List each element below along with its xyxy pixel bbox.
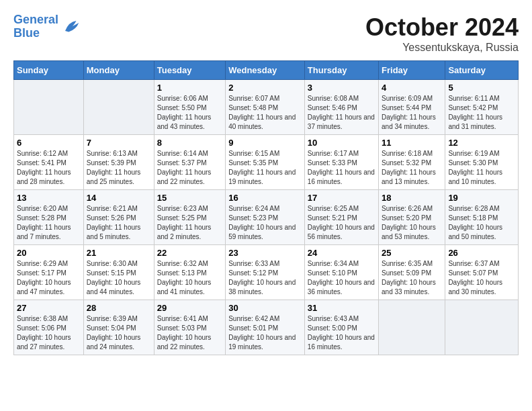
day-info: Sunrise: 6:24 AM Sunset: 5:23 PM Dayligh… (228, 204, 302, 242)
day-number: 27 (17, 303, 81, 313)
page-header: General Blue October 2024 Yessentukskaya… (13, 13, 519, 54)
calendar-week-row: 20Sunrise: 6:29 AM Sunset: 5:17 PM Dayli… (14, 245, 519, 300)
day-number: 24 (308, 248, 375, 258)
day-number: 16 (228, 193, 302, 203)
calendar-week-row: 1Sunrise: 6:06 AM Sunset: 5:50 PM Daylig… (14, 80, 519, 135)
day-number: 30 (228, 303, 302, 313)
day-info: Sunrise: 6:41 AM Sunset: 5:03 PM Dayligh… (157, 314, 222, 352)
calendar-cell: 5Sunrise: 6:11 AM Sunset: 5:42 PM Daylig… (445, 80, 519, 135)
weekday-header-sunday: Sunday (14, 61, 84, 80)
calendar-week-row: 6Sunrise: 6:12 AM Sunset: 5:41 PM Daylig… (14, 135, 519, 190)
weekday-header-thursday: Thursday (304, 61, 378, 80)
day-number: 26 (448, 248, 515, 258)
day-info: Sunrise: 6:33 AM Sunset: 5:12 PM Dayligh… (228, 259, 302, 297)
calendar-cell: 16Sunrise: 6:24 AM Sunset: 5:23 PM Dayli… (226, 190, 305, 245)
day-info: Sunrise: 6:18 AM Sunset: 5:32 PM Dayligh… (382, 149, 442, 187)
day-number: 1 (157, 83, 222, 93)
calendar-cell: 1Sunrise: 6:06 AM Sunset: 5:50 PM Daylig… (154, 80, 225, 135)
calendar-cell: 24Sunrise: 6:34 AM Sunset: 5:10 PM Dayli… (304, 245, 378, 300)
day-number: 6 (17, 138, 81, 148)
day-info: Sunrise: 6:11 AM Sunset: 5:42 PM Dayligh… (448, 94, 515, 132)
logo-bird-icon (61, 17, 81, 37)
calendar-cell: 22Sunrise: 6:32 AM Sunset: 5:13 PM Dayli… (154, 245, 225, 300)
day-number: 15 (157, 193, 222, 203)
day-info: Sunrise: 6:08 AM Sunset: 5:46 PM Dayligh… (308, 94, 375, 132)
day-info: Sunrise: 6:07 AM Sunset: 5:48 PM Dayligh… (228, 94, 302, 132)
calendar-cell: 7Sunrise: 6:13 AM Sunset: 5:39 PM Daylig… (83, 135, 154, 190)
calendar-cell: 26Sunrise: 6:37 AM Sunset: 5:07 PM Dayli… (445, 245, 519, 300)
calendar-cell: 29Sunrise: 6:41 AM Sunset: 5:03 PM Dayli… (154, 300, 225, 355)
calendar-cell: 4Sunrise: 6:09 AM Sunset: 5:44 PM Daylig… (379, 80, 445, 135)
calendar-cell: 31Sunrise: 6:43 AM Sunset: 5:00 PM Dayli… (304, 300, 378, 355)
month-title: October 2024 (365, 13, 519, 42)
day-number: 4 (382, 83, 442, 93)
day-number: 21 (87, 248, 151, 258)
day-number: 2 (228, 83, 302, 93)
logo-blue: Blue (13, 26, 40, 40)
logo-general: General (13, 13, 58, 26)
day-info: Sunrise: 6:23 AM Sunset: 5:25 PM Dayligh… (157, 204, 222, 242)
day-number: 17 (308, 193, 375, 203)
day-number: 13 (17, 193, 81, 203)
day-number: 14 (87, 193, 151, 203)
weekday-header-row: SundayMondayTuesdayWednesdayThursdayFrid… (14, 61, 519, 80)
day-number: 31 (308, 303, 375, 313)
weekday-header-wednesday: Wednesday (226, 61, 305, 80)
calendar-week-row: 27Sunrise: 6:38 AM Sunset: 5:06 PM Dayli… (14, 300, 519, 355)
day-number: 22 (157, 248, 222, 258)
calendar-cell (379, 300, 445, 355)
logo-text: General Blue (13, 13, 58, 40)
location-title: Yessentukskaya, Russia (365, 42, 519, 54)
day-info: Sunrise: 6:17 AM Sunset: 5:33 PM Dayligh… (308, 149, 375, 187)
calendar-cell (83, 80, 154, 135)
day-info: Sunrise: 6:15 AM Sunset: 5:35 PM Dayligh… (228, 149, 302, 187)
calendar-cell: 28Sunrise: 6:39 AM Sunset: 5:04 PM Dayli… (83, 300, 154, 355)
calendar-cell: 17Sunrise: 6:25 AM Sunset: 5:21 PM Dayli… (304, 190, 378, 245)
calendar-cell: 12Sunrise: 6:19 AM Sunset: 5:30 PM Dayli… (445, 135, 519, 190)
day-info: Sunrise: 6:37 AM Sunset: 5:07 PM Dayligh… (448, 259, 515, 297)
day-number: 10 (308, 138, 375, 148)
calendar-cell: 15Sunrise: 6:23 AM Sunset: 5:25 PM Dayli… (154, 190, 225, 245)
calendar-cell: 8Sunrise: 6:14 AM Sunset: 5:37 PM Daylig… (154, 135, 225, 190)
day-number: 23 (228, 248, 302, 258)
day-info: Sunrise: 6:42 AM Sunset: 5:01 PM Dayligh… (228, 314, 302, 352)
calendar-cell: 9Sunrise: 6:15 AM Sunset: 5:35 PM Daylig… (226, 135, 305, 190)
weekday-header-monday: Monday (83, 61, 154, 80)
day-info: Sunrise: 6:13 AM Sunset: 5:39 PM Dayligh… (87, 149, 151, 187)
day-number: 5 (448, 83, 515, 93)
day-info: Sunrise: 6:20 AM Sunset: 5:28 PM Dayligh… (17, 204, 81, 242)
calendar-cell: 25Sunrise: 6:35 AM Sunset: 5:09 PM Dayli… (379, 245, 445, 300)
day-number: 20 (17, 248, 81, 258)
day-number: 3 (308, 83, 375, 93)
day-info: Sunrise: 6:32 AM Sunset: 5:13 PM Dayligh… (157, 259, 222, 297)
day-number: 28 (87, 303, 151, 313)
day-info: Sunrise: 6:29 AM Sunset: 5:17 PM Dayligh… (17, 259, 81, 297)
calendar-cell: 14Sunrise: 6:21 AM Sunset: 5:26 PM Dayli… (83, 190, 154, 245)
calendar-week-row: 13Sunrise: 6:20 AM Sunset: 5:28 PM Dayli… (14, 190, 519, 245)
day-info: Sunrise: 6:28 AM Sunset: 5:18 PM Dayligh… (448, 204, 515, 242)
day-info: Sunrise: 6:06 AM Sunset: 5:50 PM Dayligh… (157, 94, 222, 132)
calendar-cell: 18Sunrise: 6:26 AM Sunset: 5:20 PM Dayli… (379, 190, 445, 245)
day-number: 12 (448, 138, 515, 148)
day-info: Sunrise: 6:35 AM Sunset: 5:09 PM Dayligh… (382, 259, 442, 297)
weekday-header-tuesday: Tuesday (154, 61, 225, 80)
day-number: 7 (87, 138, 151, 148)
calendar-cell: 30Sunrise: 6:42 AM Sunset: 5:01 PM Dayli… (226, 300, 305, 355)
day-number: 25 (382, 248, 442, 258)
calendar-cell: 23Sunrise: 6:33 AM Sunset: 5:12 PM Dayli… (226, 245, 305, 300)
calendar-table: SundayMondayTuesdayWednesdayThursdayFrid… (13, 60, 519, 355)
calendar-cell: 13Sunrise: 6:20 AM Sunset: 5:28 PM Dayli… (14, 190, 84, 245)
calendar-cell (14, 80, 84, 135)
day-number: 9 (228, 138, 302, 148)
calendar-cell: 11Sunrise: 6:18 AM Sunset: 5:32 PM Dayli… (379, 135, 445, 190)
weekday-header-friday: Friday (379, 61, 445, 80)
day-info: Sunrise: 6:21 AM Sunset: 5:26 PM Dayligh… (87, 204, 151, 242)
day-info: Sunrise: 6:26 AM Sunset: 5:20 PM Dayligh… (382, 204, 442, 242)
day-number: 19 (448, 193, 515, 203)
calendar-cell: 6Sunrise: 6:12 AM Sunset: 5:41 PM Daylig… (14, 135, 84, 190)
calendar-cell: 19Sunrise: 6:28 AM Sunset: 5:18 PM Dayli… (445, 190, 519, 245)
day-info: Sunrise: 6:34 AM Sunset: 5:10 PM Dayligh… (308, 259, 375, 297)
day-number: 8 (157, 138, 222, 148)
day-info: Sunrise: 6:14 AM Sunset: 5:37 PM Dayligh… (157, 149, 222, 187)
day-info: Sunrise: 6:12 AM Sunset: 5:41 PM Dayligh… (17, 149, 81, 187)
